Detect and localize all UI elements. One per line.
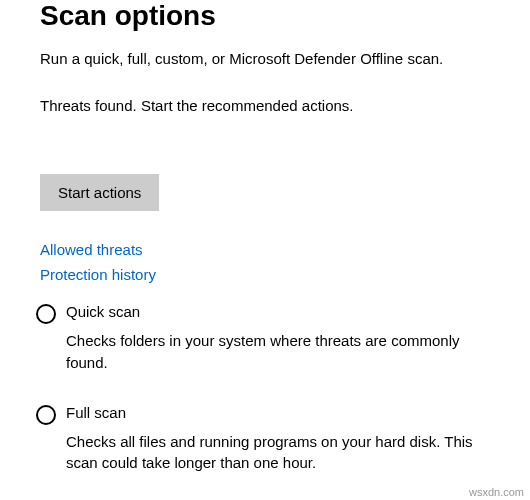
allowed-threats-link[interactable]: Allowed threats [40,241,490,258]
radio-description-quick-scan: Checks folders in your system where thre… [66,330,490,374]
radio-label-quick-scan: Quick scan [66,303,140,320]
watermark: wsxdn.com [469,486,524,498]
radio-description-full-scan: Checks all files and running programs on… [66,431,490,475]
radio-icon [36,304,56,324]
page-title: Scan options [40,0,490,32]
start-actions-button[interactable]: Start actions [40,174,159,211]
protection-history-link[interactable]: Protection history [40,266,490,283]
page-subtitle: Run a quick, full, custom, or Microsoft … [40,50,490,67]
status-message: Threats found. Start the recommended act… [40,97,490,114]
radio-full-scan[interactable]: Full scan [36,404,490,425]
radio-label-full-scan: Full scan [66,404,126,421]
radio-quick-scan[interactable]: Quick scan [36,303,490,324]
radio-icon [36,405,56,425]
